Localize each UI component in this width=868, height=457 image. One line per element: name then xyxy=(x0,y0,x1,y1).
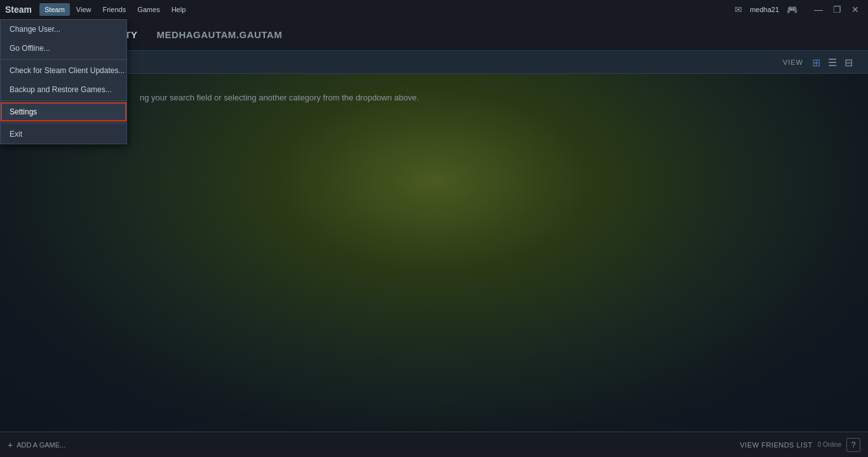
background-gradient xyxy=(0,74,868,432)
username-label: medha21 xyxy=(750,6,779,13)
window-controls: — ❐ ✕ xyxy=(810,3,863,16)
view-friends-list-button[interactable]: VIEW FRIENDS LIST xyxy=(740,441,813,449)
sub-nav-bar: GAMES VIEW ⊞ ☰ ⊟ xyxy=(0,51,868,74)
menu-steam[interactable]: Steam xyxy=(39,3,70,16)
bottom-bar: + ADD A GAME... VIEW FRIENDS LIST 0 Onli… xyxy=(0,432,868,457)
title-bar-right: ✉ medha21 🎮 — ❐ ✕ xyxy=(732,3,863,16)
steam-dropdown-menu: Change User... Go Offline... Check for S… xyxy=(0,19,127,144)
nav-username[interactable]: MEDHAGAUTAM.GAUTAM xyxy=(157,27,283,43)
menu-friends[interactable]: Friends xyxy=(97,3,131,16)
menu-divider-3 xyxy=(1,123,126,123)
app-logo: Steam xyxy=(5,4,32,15)
menu-divider-1 xyxy=(1,59,126,60)
main-content: ng your search field or selecting anothe… xyxy=(0,74,868,432)
add-game-button[interactable]: + ADD A GAME... xyxy=(8,440,65,450)
menu-item-go-offline[interactable]: Go Offline... xyxy=(1,39,126,58)
menu-item-settings[interactable]: Settings xyxy=(1,102,126,121)
controller-icon[interactable]: 🎮 xyxy=(784,3,800,16)
title-bar-left: Steam Steam View Friends Games Help xyxy=(5,3,191,16)
menu-help[interactable]: Help xyxy=(166,3,191,16)
notifications-icon[interactable]: ✉ xyxy=(732,3,745,16)
menu-item-backup-restore[interactable]: Backup and Restore Games... xyxy=(1,80,126,99)
menu-item-exit[interactable]: Exit xyxy=(1,125,126,144)
restore-button[interactable]: ❐ xyxy=(829,3,845,16)
friends-list-area: VIEW FRIENDS LIST 0 Online ? xyxy=(740,438,861,452)
help-button[interactable]: ? xyxy=(846,438,860,452)
menu-item-change-user[interactable]: Change User... xyxy=(1,20,126,39)
view-grid-large-button[interactable]: ⊞ xyxy=(810,55,823,70)
menu-games[interactable]: Games xyxy=(132,3,165,16)
minimize-button[interactable]: — xyxy=(810,3,827,16)
view-label: VIEW xyxy=(783,58,803,66)
view-grid-small-button[interactable]: ⊟ xyxy=(842,55,855,70)
title-bar: Steam Steam View Friends Games Help ✉ me… xyxy=(0,0,868,19)
view-list-button[interactable]: ☰ xyxy=(825,55,839,70)
add-game-plus-icon: + xyxy=(8,440,13,450)
no-results-text: ng your search field or selecting anothe… xyxy=(140,93,419,102)
menu-bar: Steam View Friends Games Help xyxy=(39,3,191,16)
close-button[interactable]: ✕ xyxy=(848,3,863,16)
menu-item-check-updates[interactable]: Check for Steam Client Updates... xyxy=(1,61,126,80)
menu-view[interactable]: View xyxy=(71,3,97,16)
menu-divider-2 xyxy=(1,100,126,101)
view-controls: VIEW ⊞ ☰ ⊟ xyxy=(783,51,855,74)
add-game-label: ADD A GAME... xyxy=(17,441,65,449)
nav-bar: LIBRARY COMMUNITY MEDHAGAUTAM.GAUTAM xyxy=(0,19,868,51)
online-count-label: 0 Online xyxy=(818,441,841,448)
